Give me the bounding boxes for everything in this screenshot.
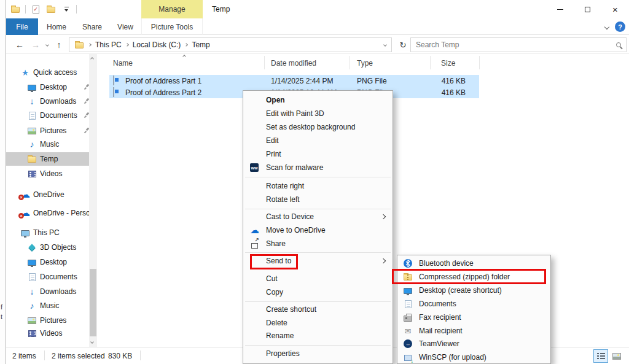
contextual-group-manage[interactable]: Manage <box>141 0 203 18</box>
scrollbar-thumb[interactable] <box>90 269 96 336</box>
sidebar-item-pictures-pc[interactable]: Pictures <box>6 314 89 327</box>
address-bar[interactable]: This PC Local Disk (C:) Temp <box>69 37 392 52</box>
sidebar-item-downloads[interactable]: Downloads <box>6 95 89 108</box>
context-menu-item-edit-with-paint-3d[interactable]: Edit with Paint 3D <box>244 107 392 120</box>
minimize-button[interactable] <box>546 0 574 18</box>
desktop-icon <box>26 82 37 92</box>
refresh-button[interactable]: ↻ <box>396 37 410 52</box>
pictures-icon <box>26 126 37 136</box>
ribbon-collapse-icon[interactable] <box>604 24 609 29</box>
menu-item-label: Move to OneDrive <box>266 226 326 234</box>
sidebar-item-onedrive[interactable]: OneDrive <box>6 188 89 201</box>
column-header-date-modified[interactable]: Date modified <box>271 59 316 68</box>
context-menu-item-properties[interactable]: Properties <box>244 347 392 360</box>
context-menu-item-move-to-onedrive[interactable]: Move to OneDrive <box>244 223 392 237</box>
context-menu-item-create-shortcut[interactable]: Create shortcut <box>244 303 392 316</box>
menu-item-label: Bluetooth device <box>419 259 474 268</box>
file-row-proof-1[interactable]: Proof of Address Part 1 1/14/2025 2:44 P… <box>109 75 479 87</box>
back-button[interactable]: ← <box>14 35 26 54</box>
context-menu-item-cast-to-device[interactable]: Cast to Device <box>244 210 392 223</box>
sidebar-item-documents-pc[interactable]: Documents <box>6 270 89 284</box>
sidebar-item-label: Temp <box>40 155 58 163</box>
tab-home[interactable]: Home <box>44 18 69 35</box>
forward-button[interactable]: → <box>29 35 42 54</box>
send-to-item-fax-recipient[interactable]: Fax recipient <box>398 311 550 324</box>
menu-item-label: Create shortcut <box>266 305 316 314</box>
details-view-button[interactable] <box>593 349 608 363</box>
sidebar-item-3d-objects[interactable]: 3D Objects <box>6 241 89 254</box>
menu-item-label: Edit <box>266 136 279 145</box>
context-menu-item-delete[interactable]: Delete <box>244 316 392 330</box>
scroll-down-icon[interactable] <box>90 340 94 344</box>
search-icon[interactable] <box>616 42 621 47</box>
send-to-item-mail-recipient[interactable]: Mail recipient <box>398 324 550 338</box>
send-to-item-desktop-create-shortcut[interactable]: Desktop (create shortcut) <box>398 284 550 297</box>
close-button[interactable]: × <box>601 0 629 18</box>
context-menu-item-scan-for-malware[interactable]: Scan for malware <box>244 161 392 174</box>
onedrive-cloud-icon <box>249 225 260 235</box>
maximize-button[interactable] <box>574 0 601 18</box>
context-menu-item-copy[interactable]: Copy <box>244 285 392 299</box>
send-to-item-documents[interactable]: Documents <box>398 297 550 311</box>
search-input[interactable] <box>416 41 616 49</box>
context-menu-item-send-to[interactable]: Send to <box>244 254 392 268</box>
context-menu: Open Edit with Paint 3D Set as desktop b… <box>243 90 393 364</box>
column-separator[interactable] <box>479 56 480 69</box>
3d-objects-cube-icon <box>26 242 37 252</box>
sidebar-item-label: Pictures <box>40 126 66 135</box>
context-menu-item-set-as-desktop-background[interactable]: Set as desktop background <box>244 120 392 134</box>
context-menu-item-open[interactable]: Open <box>244 93 392 107</box>
sidebar-item-desktop[interactable]: Desktop <box>6 80 89 94</box>
column-header-type[interactable]: Type <box>357 59 373 68</box>
breadcrumb-temp[interactable]: Temp <box>192 41 209 49</box>
send-to-item-winscp-for-upload[interactable]: WinSCP (for upload) <box>398 350 550 364</box>
context-menu-item-rename[interactable]: Rename <box>244 329 392 343</box>
sidebar-item-quick-access[interactable]: Quick access <box>6 66 89 79</box>
sidebar-item-pictures[interactable]: Pictures <box>6 124 89 137</box>
send-to-item-bluetooth-device[interactable]: Bluetooth device <box>398 257 550 270</box>
address-dropdown-icon[interactable] <box>383 43 387 47</box>
customize-qat-dropdown-icon[interactable] <box>61 4 72 14</box>
context-menu-item-rotate-right[interactable]: Rotate right <box>244 179 392 193</box>
sidebar-item-music-pc[interactable]: Music <box>6 299 89 312</box>
context-menu-item-rotate-left[interactable]: Rotate left <box>244 193 392 206</box>
column-separator[interactable] <box>264 56 265 69</box>
send-to-item-teamviewer[interactable]: TeamViewer <box>398 337 550 350</box>
downloads-icon <box>26 287 37 296</box>
help-button[interactable]: ? <box>615 21 625 32</box>
sidebar-item-onedrive-personal[interactable]: OneDrive - Persor <box>6 206 89 220</box>
context-menu-item-share[interactable]: Share <box>244 237 392 250</box>
properties-check-icon[interactable] <box>30 4 41 14</box>
window-controls: × <box>546 0 629 18</box>
tab-view[interactable]: View <box>114 18 136 35</box>
submenu-arrow-icon <box>381 258 386 263</box>
sidebar-item-videos-pc[interactable]: Videos <box>6 327 89 340</box>
up-button[interactable]: ↑ <box>53 35 65 54</box>
context-menu-item-cut[interactable]: Cut <box>244 272 392 285</box>
column-separator[interactable] <box>349 56 350 69</box>
recent-locations-dropdown-icon[interactable] <box>43 35 52 54</box>
tab-picture-tools[interactable]: Picture Tools <box>141 18 203 35</box>
sidebar-item-this-pc[interactable]: This PC <box>6 226 89 239</box>
breadcrumb-local-disk-c[interactable]: Local Disk (C:) <box>133 41 181 49</box>
column-header-size[interactable]: Size <box>441 59 455 68</box>
sidebar-scrollbar[interactable] <box>89 54 97 347</box>
context-menu-item-print[interactable]: Print <box>244 147 392 161</box>
context-menu-item-edit[interactable]: Edit <box>244 134 392 147</box>
tab-file[interactable]: File <box>6 18 38 35</box>
breadcrumb-this-pc[interactable]: This PC <box>95 41 122 49</box>
tab-share[interactable]: Share <box>79 18 106 35</box>
thumbnails-view-button[interactable] <box>609 349 624 363</box>
sidebar-item-documents[interactable]: Documents <box>6 109 89 122</box>
manage-label: Manage <box>158 5 185 14</box>
new-folder-icon[interactable] <box>45 4 57 14</box>
sidebar-item-temp[interactable]: Temp <box>6 152 89 166</box>
sidebar-item-music[interactable]: Music <box>6 137 89 151</box>
sidebar-item-videos[interactable]: Videos <box>6 167 89 180</box>
column-header-name[interactable]: Name <box>113 59 133 68</box>
scroll-up-icon[interactable] <box>90 57 94 61</box>
sidebar-item-desktop-pc[interactable]: Desktop <box>6 255 89 269</box>
column-separator[interactable] <box>430 56 431 69</box>
sidebar-item-downloads-pc[interactable]: Downloads <box>6 285 89 298</box>
send-to-item-compressed-zipped-folder[interactable]: Compressed (zipped) folder <box>398 270 550 284</box>
